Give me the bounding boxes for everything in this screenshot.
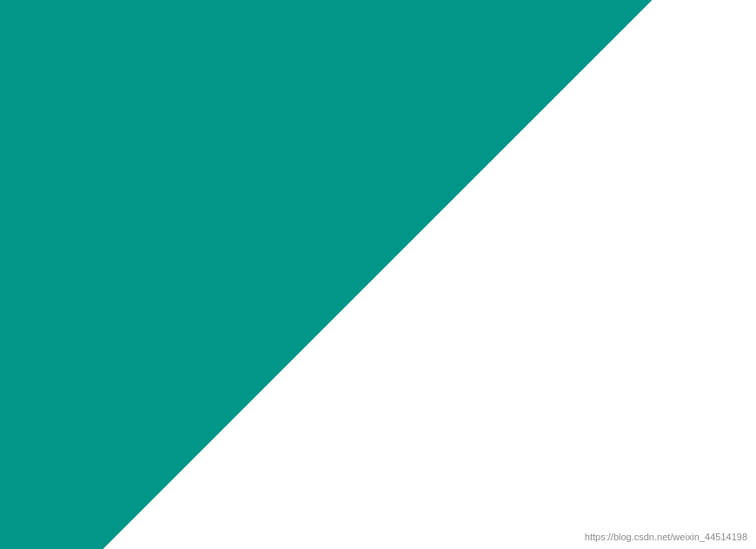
fullscreen-phone: ← ⤢ bbox=[69, 353, 138, 440]
fullscreen-preview: ← ⤢ bbox=[27, 335, 181, 448]
template-grid: No Activity ← ⋮ + Basic Activity bbox=[0, 142, 756, 448]
fullscreen-body bbox=[69, 353, 138, 440]
template-fullscreen[interactable]: ← ⤢ Fullscreen Activity bbox=[17, 326, 190, 448]
content: No Activity ← ⋮ + Basic Activity bbox=[0, 142, 756, 549]
diagonal-design bbox=[69, 353, 138, 440]
dialog: Select a Project Template Phone and Tabl… bbox=[0, 24, 756, 549]
